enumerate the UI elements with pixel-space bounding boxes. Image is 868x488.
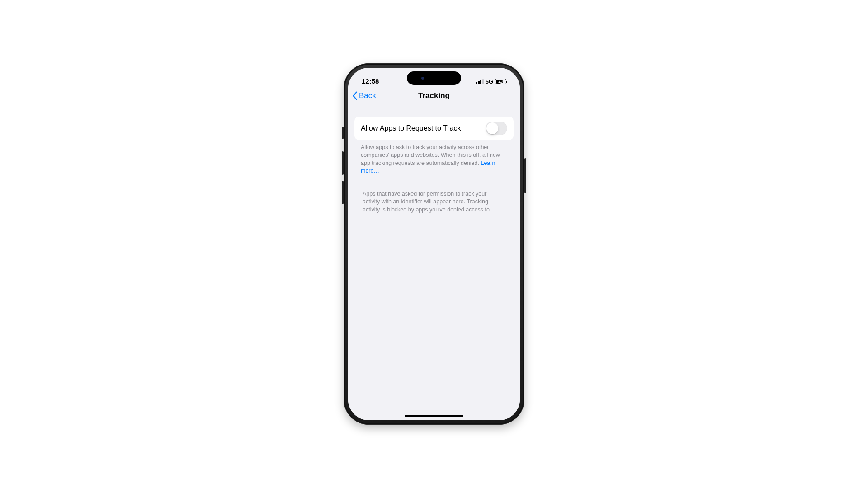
mute-switch xyxy=(342,127,344,139)
apps-list-note: Apps that have asked for permission to t… xyxy=(354,175,514,214)
back-button[interactable]: Back xyxy=(352,86,376,106)
dynamic-island xyxy=(407,71,461,85)
navigation-bar: Back Tracking xyxy=(348,86,520,106)
volume-up-button xyxy=(342,151,344,175)
home-indicator[interactable] xyxy=(405,415,463,417)
phone-frame: 12:58 5G 48 Back Trac xyxy=(344,63,524,425)
power-button xyxy=(524,158,526,193)
back-label: Back xyxy=(359,91,376,100)
status-time: 12:58 xyxy=(362,77,379,85)
tracking-explainer-text: Allow apps to ask to track your activity… xyxy=(361,144,500,166)
battery-percent: 48 xyxy=(499,79,503,84)
tracking-explainer: Allow apps to ask to track your activity… xyxy=(354,140,514,175)
page-title: Tracking xyxy=(418,91,450,100)
cellular-signal-icon xyxy=(476,79,484,84)
chevron-left-icon xyxy=(352,91,358,100)
battery-icon: 48 xyxy=(495,79,506,84)
status-right: 5G 48 xyxy=(476,78,506,85)
allow-tracking-label: Allow Apps to Request to Track xyxy=(361,124,461,132)
volume-down-button xyxy=(342,181,344,204)
content: Allow Apps to Request to Track Allow app… xyxy=(348,106,520,420)
network-type: 5G xyxy=(486,78,493,85)
screen: 12:58 5G 48 Back Trac xyxy=(348,68,520,420)
canvas: 12:58 5G 48 Back Trac xyxy=(0,0,868,488)
allow-tracking-row: Allow Apps to Request to Track xyxy=(354,117,514,140)
allow-tracking-toggle[interactable] xyxy=(486,122,507,135)
toggle-knob xyxy=(486,122,498,134)
